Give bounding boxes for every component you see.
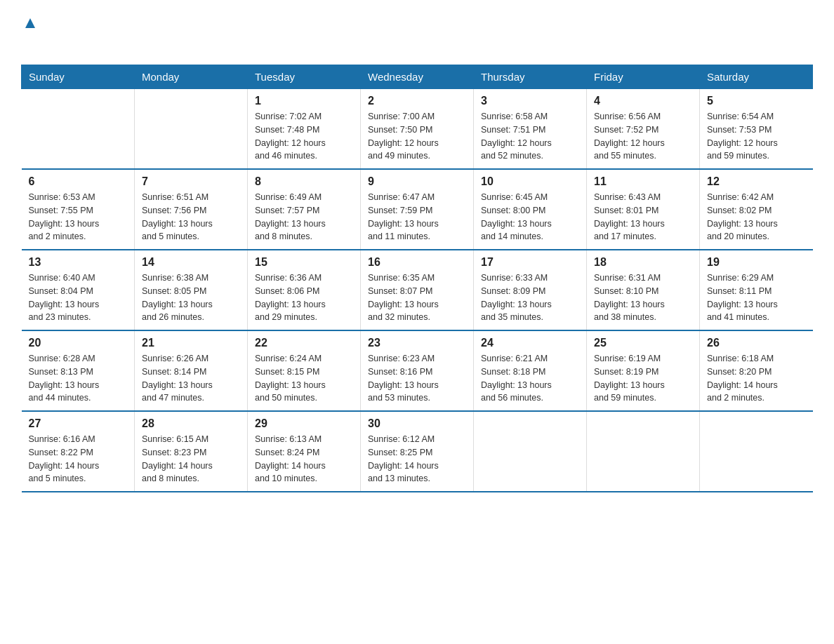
calendar-cell: 27Sunrise: 6:16 AM Sunset: 8:22 PM Dayli… bbox=[22, 411, 135, 492]
day-number: 13 bbox=[29, 256, 128, 269]
day-number: 6 bbox=[29, 175, 128, 188]
day-info: Sunrise: 6:43 AM Sunset: 8:01 PM Dayligh… bbox=[594, 191, 692, 243]
logo bbox=[21, 14, 38, 51]
day-info: Sunrise: 6:18 AM Sunset: 8:20 PM Dayligh… bbox=[707, 352, 806, 405]
day-info: Sunrise: 6:12 AM Sunset: 8:25 PM Dayligh… bbox=[368, 433, 466, 485]
page-header bbox=[21, 14, 813, 51]
calendar-cell: 11Sunrise: 6:43 AM Sunset: 8:01 PM Dayli… bbox=[587, 169, 700, 250]
day-info: Sunrise: 6:28 AM Sunset: 8:13 PM Dayligh… bbox=[29, 352, 128, 405]
day-number: 18 bbox=[594, 256, 692, 269]
day-number: 26 bbox=[707, 337, 806, 349]
calendar-cell: 8Sunrise: 6:49 AM Sunset: 7:57 PM Daylig… bbox=[248, 169, 361, 250]
calendar-cell: 19Sunrise: 6:29 AM Sunset: 8:11 PM Dayli… bbox=[700, 250, 813, 330]
weekday-header-monday: Monday bbox=[135, 65, 248, 89]
weekday-header-saturday: Saturday bbox=[700, 65, 813, 89]
day-info: Sunrise: 6:19 AM Sunset: 8:19 PM Dayligh… bbox=[594, 352, 692, 405]
calendar-cell: 23Sunrise: 6:23 AM Sunset: 8:16 PM Dayli… bbox=[361, 330, 474, 411]
calendar-cell: 22Sunrise: 6:24 AM Sunset: 8:15 PM Dayli… bbox=[248, 330, 361, 411]
day-number: 22 bbox=[255, 337, 353, 349]
weekday-header-thursday: Thursday bbox=[474, 65, 587, 89]
calendar-cell bbox=[22, 89, 135, 170]
day-number: 4 bbox=[594, 95, 692, 107]
day-number: 21 bbox=[142, 337, 240, 349]
day-number: 7 bbox=[142, 175, 240, 188]
day-info: Sunrise: 6:54 AM Sunset: 7:53 PM Dayligh… bbox=[707, 110, 806, 163]
calendar-cell: 28Sunrise: 6:15 AM Sunset: 8:23 PM Dayli… bbox=[135, 411, 248, 492]
day-number: 23 bbox=[368, 337, 466, 349]
weekday-header-friday: Friday bbox=[587, 65, 700, 89]
calendar-cell bbox=[474, 411, 587, 492]
weekday-header-wednesday: Wednesday bbox=[361, 65, 474, 89]
day-info: Sunrise: 6:38 AM Sunset: 8:05 PM Dayligh… bbox=[142, 271, 240, 324]
calendar-week-row: 20Sunrise: 6:28 AM Sunset: 8:13 PM Dayli… bbox=[22, 330, 813, 411]
day-number: 19 bbox=[707, 256, 806, 269]
day-info: Sunrise: 6:35 AM Sunset: 8:07 PM Dayligh… bbox=[368, 271, 466, 324]
weekday-header-row: SundayMondayTuesdayWednesdayThursdayFrid… bbox=[22, 65, 813, 89]
day-info: Sunrise: 6:42 AM Sunset: 8:02 PM Dayligh… bbox=[707, 191, 806, 243]
day-info: Sunrise: 7:00 AM Sunset: 7:50 PM Dayligh… bbox=[368, 110, 466, 163]
day-number: 17 bbox=[481, 256, 579, 269]
day-number: 8 bbox=[255, 175, 353, 188]
calendar-cell: 12Sunrise: 6:42 AM Sunset: 8:02 PM Dayli… bbox=[700, 169, 813, 250]
day-info: Sunrise: 6:26 AM Sunset: 8:14 PM Dayligh… bbox=[142, 352, 240, 405]
calendar-cell: 17Sunrise: 6:33 AM Sunset: 8:09 PM Dayli… bbox=[474, 250, 587, 330]
weekday-header-sunday: Sunday bbox=[22, 65, 135, 89]
calendar-cell bbox=[587, 411, 700, 492]
day-info: Sunrise: 7:02 AM Sunset: 7:48 PM Dayligh… bbox=[255, 110, 353, 163]
calendar-cell: 26Sunrise: 6:18 AM Sunset: 8:20 PM Dayli… bbox=[700, 330, 813, 411]
day-number: 28 bbox=[142, 417, 240, 430]
day-info: Sunrise: 6:29 AM Sunset: 8:11 PM Dayligh… bbox=[707, 271, 806, 324]
day-info: Sunrise: 6:15 AM Sunset: 8:23 PM Dayligh… bbox=[142, 433, 240, 485]
calendar-cell bbox=[700, 411, 813, 492]
calendar-week-row: 13Sunrise: 6:40 AM Sunset: 8:04 PM Dayli… bbox=[22, 250, 813, 330]
day-number: 3 bbox=[481, 95, 579, 107]
day-number: 16 bbox=[368, 256, 466, 269]
day-info: Sunrise: 6:23 AM Sunset: 8:16 PM Dayligh… bbox=[368, 352, 466, 405]
calendar-cell: 10Sunrise: 6:45 AM Sunset: 8:00 PM Dayli… bbox=[474, 169, 587, 250]
calendar-table: SundayMondayTuesdayWednesdayThursdayFrid… bbox=[21, 65, 813, 492]
calendar-cell: 29Sunrise: 6:13 AM Sunset: 8:24 PM Dayli… bbox=[248, 411, 361, 492]
day-info: Sunrise: 6:33 AM Sunset: 8:09 PM Dayligh… bbox=[481, 271, 579, 324]
day-info: Sunrise: 6:16 AM Sunset: 8:22 PM Dayligh… bbox=[29, 433, 128, 485]
calendar-cell: 21Sunrise: 6:26 AM Sunset: 8:14 PM Dayli… bbox=[135, 330, 248, 411]
calendar-cell: 30Sunrise: 6:12 AM Sunset: 8:25 PM Dayli… bbox=[361, 411, 474, 492]
calendar-cell: 13Sunrise: 6:40 AM Sunset: 8:04 PM Dayli… bbox=[22, 250, 135, 330]
svg-marker-0 bbox=[25, 18, 35, 28]
weekday-header-tuesday: Tuesday bbox=[248, 65, 361, 89]
day-number: 12 bbox=[707, 175, 806, 188]
calendar-cell: 15Sunrise: 6:36 AM Sunset: 8:06 PM Dayli… bbox=[248, 250, 361, 330]
day-info: Sunrise: 6:21 AM Sunset: 8:18 PM Dayligh… bbox=[481, 352, 579, 405]
day-number: 27 bbox=[29, 417, 128, 430]
calendar-cell: 24Sunrise: 6:21 AM Sunset: 8:18 PM Dayli… bbox=[474, 330, 587, 411]
calendar-cell: 25Sunrise: 6:19 AM Sunset: 8:19 PM Dayli… bbox=[587, 330, 700, 411]
day-number: 30 bbox=[368, 417, 466, 430]
day-number: 20 bbox=[29, 337, 128, 349]
day-info: Sunrise: 6:24 AM Sunset: 8:15 PM Dayligh… bbox=[255, 352, 353, 405]
calendar-week-row: 1Sunrise: 7:02 AM Sunset: 7:48 PM Daylig… bbox=[22, 89, 813, 170]
calendar-cell: 7Sunrise: 6:51 AM Sunset: 7:56 PM Daylig… bbox=[135, 169, 248, 250]
calendar-cell: 14Sunrise: 6:38 AM Sunset: 8:05 PM Dayli… bbox=[135, 250, 248, 330]
day-number: 10 bbox=[481, 175, 579, 188]
day-info: Sunrise: 6:45 AM Sunset: 8:00 PM Dayligh… bbox=[481, 191, 579, 243]
day-number: 5 bbox=[707, 95, 806, 107]
calendar-week-row: 27Sunrise: 6:16 AM Sunset: 8:22 PM Dayli… bbox=[22, 411, 813, 492]
day-info: Sunrise: 6:47 AM Sunset: 7:59 PM Dayligh… bbox=[368, 191, 466, 243]
calendar-cell: 3Sunrise: 6:58 AM Sunset: 7:51 PM Daylig… bbox=[474, 89, 587, 170]
day-number: 24 bbox=[481, 337, 579, 349]
calendar-cell bbox=[135, 89, 248, 170]
day-number: 15 bbox=[255, 256, 353, 269]
day-number: 14 bbox=[142, 256, 240, 269]
day-info: Sunrise: 6:53 AM Sunset: 7:55 PM Dayligh… bbox=[29, 191, 128, 243]
calendar-cell: 5Sunrise: 6:54 AM Sunset: 7:53 PM Daylig… bbox=[700, 89, 813, 170]
day-info: Sunrise: 6:40 AM Sunset: 8:04 PM Dayligh… bbox=[29, 271, 128, 324]
calendar-cell: 6Sunrise: 6:53 AM Sunset: 7:55 PM Daylig… bbox=[22, 169, 135, 250]
calendar-cell: 20Sunrise: 6:28 AM Sunset: 8:13 PM Dayli… bbox=[22, 330, 135, 411]
day-info: Sunrise: 6:36 AM Sunset: 8:06 PM Dayligh… bbox=[255, 271, 353, 324]
day-info: Sunrise: 6:56 AM Sunset: 7:52 PM Dayligh… bbox=[594, 110, 692, 163]
day-number: 9 bbox=[368, 175, 466, 188]
day-info: Sunrise: 6:13 AM Sunset: 8:24 PM Dayligh… bbox=[255, 433, 353, 485]
calendar-cell: 18Sunrise: 6:31 AM Sunset: 8:10 PM Dayli… bbox=[587, 250, 700, 330]
day-number: 1 bbox=[255, 95, 353, 107]
day-info: Sunrise: 6:31 AM Sunset: 8:10 PM Dayligh… bbox=[594, 271, 692, 324]
calendar-week-row: 6Sunrise: 6:53 AM Sunset: 7:55 PM Daylig… bbox=[22, 169, 813, 250]
